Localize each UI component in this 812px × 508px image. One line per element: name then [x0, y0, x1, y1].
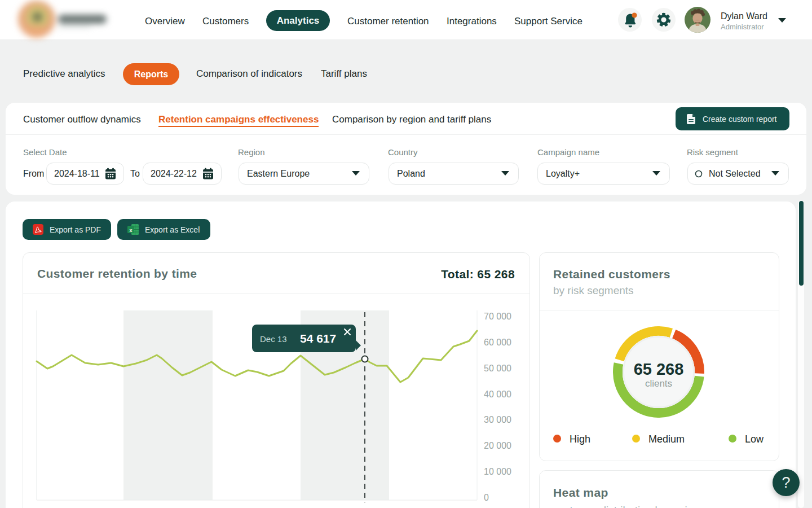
svg-text:x: x	[129, 227, 132, 233]
